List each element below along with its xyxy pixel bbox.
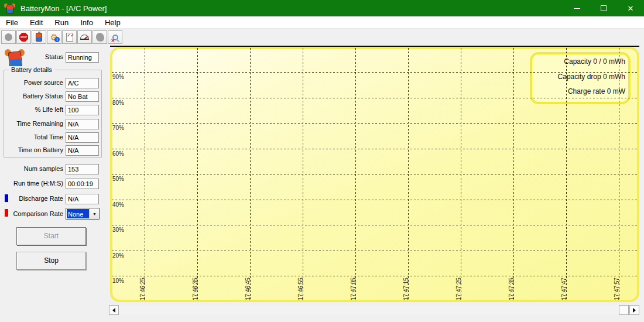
stop-logging-button[interactable]: STOP [16, 30, 31, 44]
gridline-t2 [250, 48, 251, 301]
run-time-field: 00:00:19 [66, 179, 99, 189]
gridline-t7 [513, 48, 514, 301]
life-left-field: 100 [66, 105, 99, 115]
num-samples-label: Num samples [0, 164, 63, 174]
gridline-70 [112, 123, 638, 124]
time-on-battery-field: N/A [66, 145, 99, 156]
gridline-30 [112, 225, 638, 225]
comparison-rate-value: None [67, 209, 89, 218]
y-tick-30: 30% [112, 227, 124, 233]
menu-file[interactable]: File [0, 16, 24, 29]
menubar: File Edit Run Info Help [0, 16, 644, 29]
capacity-text: Capacity 0 / 0 mWh [450, 57, 625, 66]
scrollbar-thumb[interactable] [619, 305, 629, 315]
x-tick-2: 17:46:45 [245, 278, 251, 300]
num-samples-field: 153 [66, 164, 99, 174]
gridline-80 [112, 98, 638, 98]
gridline-50 [112, 174, 638, 174]
life-left-label: % Life left [0, 105, 63, 115]
run-time-label: Run time (H:M:S) [0, 179, 63, 189]
x-tick-4: 17:47:05 [350, 278, 357, 300]
y-tick-90: 90% [112, 74, 124, 80]
x-tick-6: 17:47:25 [455, 278, 462, 300]
settings-button[interactable]: ⚙i [47, 30, 61, 44]
scroll-right-icon [633, 308, 636, 313]
app-logo-icon [5, 3, 15, 13]
gauge-button[interactable] [77, 30, 92, 44]
time-on-battery-label: Time on Battery [0, 145, 63, 155]
start-button[interactable]: Start [16, 227, 86, 245]
gridline-40 [112, 200, 638, 200]
menu-edit[interactable]: Edit [24, 16, 49, 29]
gridline-t0 [145, 48, 145, 301]
silhouette-icon [96, 33, 104, 42]
checklist-button[interactable]: ✓✓ [62, 30, 77, 44]
x-tick-1: 17:46:35 [192, 278, 198, 300]
x-tick-3: 17:46:55 [297, 278, 304, 300]
battery-chart: Capacity 0 / 0 mWh Capacity drop 0 mWh C… [110, 47, 639, 302]
titlebar: BatteryMon - [A/C Power] ✕ [0, 0, 644, 16]
total-time-field: N/A [66, 132, 99, 143]
gridline-20 [112, 251, 638, 251]
gridline-t6 [461, 48, 461, 301]
toolbar: STOP ⚙i ✓✓ [0, 29, 644, 45]
group-title: Battery details [9, 66, 54, 73]
battery-level-line [110, 46, 639, 47]
comparison-rate-dropdown[interactable]: None ▼ [66, 208, 100, 220]
minimize-button[interactable] [563, 0, 590, 16]
power-source-label: Power source [0, 78, 63, 88]
gridline-t8 [566, 48, 567, 301]
y-tick-10: 10% [112, 278, 124, 284]
comparison-rate-label: Comparison Rate [0, 209, 63, 219]
gridline-t9 [619, 48, 619, 301]
gridline-t5 [408, 48, 409, 301]
gridline-10 [112, 276, 638, 276]
y-tick-50: 50% [112, 176, 124, 182]
chevron-down-icon[interactable]: ▼ [90, 208, 99, 219]
y-tick-20: 20% [112, 252, 124, 259]
y-tick-60: 60% [112, 150, 124, 157]
chart-scrollbar[interactable] [109, 305, 639, 315]
battery-icon [36, 33, 42, 42]
menu-help[interactable]: Help [99, 16, 126, 29]
battery-status-label: Battery Status [0, 91, 63, 101]
x-tick-8: 17:47:47 [561, 278, 567, 300]
scroll-right-button[interactable] [629, 305, 639, 315]
minimize-icon [574, 8, 580, 9]
stop-sign-icon: STOP [19, 33, 28, 42]
capacity-drop-text: Capacity drop 0 mWh [450, 73, 625, 81]
discharge-rate-label: Discharge Rate [0, 194, 63, 204]
gridline-t1 [197, 48, 198, 301]
scroll-left-button[interactable] [109, 305, 119, 315]
history-button[interactable] [93, 30, 107, 44]
time-remaining-label: Time Remaining [0, 119, 63, 129]
gridline-60 [112, 149, 638, 149]
diagnostics-button[interactable] [108, 30, 122, 44]
search-error-icon [112, 35, 118, 40]
close-icon: ✕ [628, 4, 634, 13]
checklist-icon: ✓✓ [66, 33, 73, 42]
gear-icon: ⚙i [50, 33, 58, 42]
x-tick-0: 17:46:25 [139, 278, 146, 300]
time-remaining-field: N/A [66, 119, 99, 129]
battery-status-field: No Bat [66, 91, 99, 102]
left-panel: Status Running Battery details Power sou… [0, 45, 110, 322]
menu-run[interactable]: Run [49, 16, 74, 29]
charge-rate-text: Charge rate 0 mW [450, 87, 625, 95]
close-button[interactable]: ✕ [617, 0, 644, 16]
x-tick-7: 17:47:35 [508, 278, 515, 300]
record-icon [5, 33, 12, 41]
maximize-icon [601, 5, 607, 11]
menu-info[interactable]: Info [74, 16, 99, 29]
total-time-label: Total Time [0, 132, 63, 142]
maximize-button[interactable] [590, 0, 617, 16]
gridline-t3 [303, 48, 303, 301]
stop-button[interactable]: Stop [16, 252, 86, 270]
window-title: BatteryMon - [A/C Power] [20, 4, 107, 13]
battery-info-button[interactable] [32, 30, 46, 44]
gauge-icon [80, 35, 89, 40]
power-source-field: A/C [66, 78, 99, 88]
y-tick-40: 40% [112, 201, 124, 208]
record-button[interactable] [1, 30, 16, 44]
x-tick-9: 17:47:57 [614, 278, 620, 300]
